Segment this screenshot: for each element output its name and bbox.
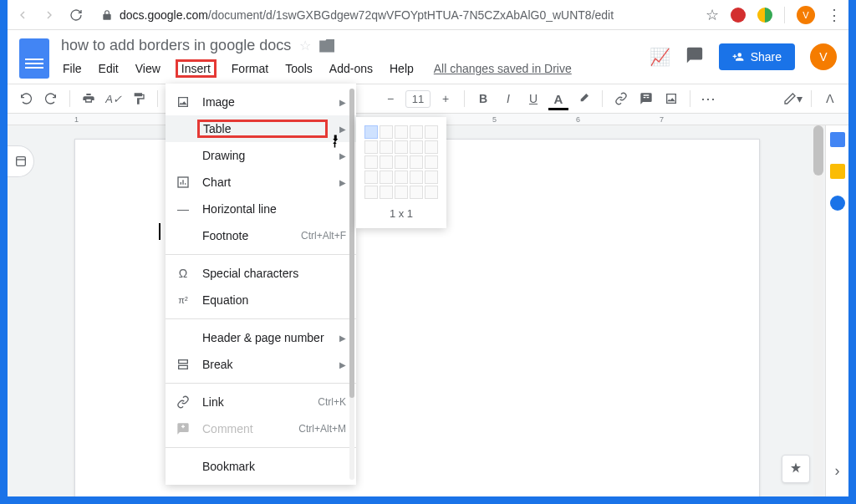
insert-table-item[interactable]: Table ▶	[166, 115, 356, 142]
menu-help[interactable]: Help	[388, 60, 415, 77]
more-tools-button[interactable]: ⋯	[699, 89, 719, 109]
menu-edit[interactable]: Edit	[97, 60, 120, 77]
doc-title[interactable]: how to add borders in google docs	[61, 37, 291, 54]
url-host: docs.google.com	[120, 8, 208, 22]
bookmark-star-icon[interactable]: ☆	[706, 6, 719, 24]
table-submenu: 1 x 1	[356, 117, 446, 228]
url-bar[interactable]: docs.google.com/document/d/1swGXBGdgew72…	[94, 8, 696, 22]
share-label: Share	[751, 50, 782, 64]
hide-menus-button[interactable]: ᐱ	[820, 89, 840, 109]
svg-rect-3	[179, 365, 188, 369]
browser-avatar[interactable]: V	[797, 6, 815, 24]
text-cursor	[159, 223, 160, 240]
insert-link-item[interactable]: Link Ctrl+K	[166, 389, 356, 415]
insert-comment-button[interactable]	[636, 89, 656, 109]
extension-icon-2[interactable]	[757, 8, 772, 23]
keep-icon[interactable]	[830, 164, 845, 179]
formatting-toolbar: A✓ − 11 + B I U A ⋯ ▾ ᐱ	[8, 84, 848, 114]
insert-footnote-item[interactable]: Footnote Ctrl+Alt+F	[166, 222, 356, 249]
insert-comment-item: Comment Ctrl+Alt+M	[166, 415, 356, 442]
dropdown-scrollbar[interactable]	[349, 89, 354, 480]
forward-button[interactable]	[41, 7, 58, 23]
font-size-input[interactable]: 11	[405, 90, 431, 108]
undo-button[interactable]	[16, 89, 36, 109]
vertical-scrollbar[interactable]	[813, 125, 823, 496]
table-cell-1-1[interactable]	[364, 125, 378, 139]
editing-mode-button[interactable]: ▾	[782, 89, 802, 109]
tasks-icon[interactable]	[830, 196, 845, 211]
insert-chart-item[interactable]: Chart ▶	[166, 169, 356, 196]
insert-drawing-item[interactable]: Drawing ▶	[166, 142, 356, 169]
spellcheck-button[interactable]: A✓	[104, 89, 124, 109]
side-panel: ›	[825, 125, 848, 496]
text-color-button[interactable]: A	[548, 89, 568, 109]
comment-plus-icon	[176, 421, 191, 436]
italic-button[interactable]: I	[498, 89, 518, 109]
insert-equation-item[interactable]: π² Equation	[166, 287, 356, 313]
menu-file[interactable]: File	[61, 60, 84, 77]
menu-insert[interactable]: Insert	[176, 59, 217, 78]
back-button[interactable]	[14, 7, 31, 23]
chevron-right-icon: ▶	[339, 333, 346, 343]
side-panel-collapse-icon[interactable]: ›	[835, 462, 840, 480]
menu-view[interactable]: View	[134, 60, 162, 77]
menu-tools[interactable]: Tools	[283, 60, 314, 77]
browser-toolbar: docs.google.com/document/d/1swGXBGdgew72…	[8, 0, 848, 30]
equation-icon: π²	[176, 293, 191, 308]
insert-image-button[interactable]	[661, 89, 681, 109]
underline-button[interactable]: U	[523, 89, 543, 109]
explore-button[interactable]	[782, 455, 810, 483]
outline-toggle[interactable]	[8, 145, 34, 177]
hline-icon: ―	[176, 201, 191, 216]
insert-menu-dropdown: Image ▶ Table ▶ Drawing ▶ Chart ▶ ― Hori…	[166, 84, 356, 485]
insert-special-item[interactable]: Ω Special characters	[166, 260, 356, 287]
insert-header-item[interactable]: Header & page number ▶	[166, 324, 356, 351]
menu-addons[interactable]: Add-ons	[328, 60, 374, 77]
insert-image-item[interactable]: Image ▶	[166, 89, 356, 115]
font-size-plus[interactable]: +	[436, 89, 456, 109]
chevron-right-icon: ▶	[339, 360, 346, 369]
save-status[interactable]: All changes saved in Drive	[434, 62, 572, 75]
insert-break-item[interactable]: Break ▶	[166, 351, 356, 378]
bold-button[interactable]: B	[473, 89, 493, 109]
folder-icon[interactable]	[319, 39, 334, 53]
highlight-button[interactable]	[573, 89, 594, 109]
omega-icon: Ω	[176, 266, 191, 281]
chevron-right-icon: ▶	[339, 125, 346, 134]
chevron-right-icon: ▶	[339, 98, 346, 107]
person-add-icon	[732, 51, 744, 63]
print-button[interactable]	[79, 89, 99, 109]
svg-rect-0	[16, 157, 25, 166]
table-size-label: 1 x 1	[364, 207, 438, 220]
share-button[interactable]: Share	[719, 43, 795, 70]
insert-link-button[interactable]	[611, 89, 631, 109]
url-path: /document/d/1swGXBGdgew72qwVFOYptHTUA-7N…	[208, 8, 614, 22]
paint-format-button[interactable]	[129, 89, 149, 109]
menu-format[interactable]: Format	[230, 60, 270, 77]
chart-icon	[176, 175, 191, 190]
font-size-minus[interactable]: −	[380, 89, 400, 109]
chevron-right-icon: ▶	[339, 151, 346, 160]
break-icon	[176, 357, 191, 372]
reload-button[interactable]	[68, 7, 84, 23]
svg-rect-2	[179, 360, 188, 364]
insert-bookmark-item[interactable]: Bookmark	[166, 453, 356, 480]
calendar-icon[interactable]	[830, 132, 845, 147]
activity-icon[interactable]: 📈	[650, 47, 670, 67]
insert-hline-item[interactable]: ― Horizontal line	[166, 196, 356, 222]
table-size-grid[interactable]	[364, 125, 438, 199]
star-doc-icon[interactable]: ☆	[299, 38, 311, 53]
comment-history-icon[interactable]	[685, 46, 704, 69]
extension-icon-1[interactable]	[731, 8, 746, 23]
docs-avatar[interactable]: V	[810, 43, 837, 70]
chevron-right-icon: ▶	[339, 178, 346, 187]
image-icon	[176, 94, 191, 109]
browser-menu-icon[interactable]: ⋮	[827, 6, 842, 24]
link-icon	[176, 395, 191, 410]
redo-button[interactable]	[41, 89, 61, 109]
lock-icon	[101, 9, 113, 21]
docs-logo-icon[interactable]	[19, 38, 49, 79]
